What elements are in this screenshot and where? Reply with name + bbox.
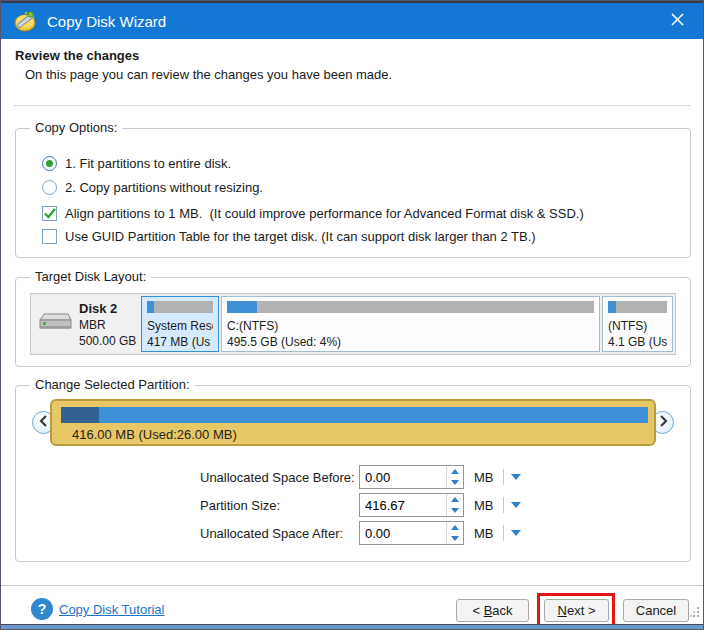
close-button[interactable] [661, 7, 693, 35]
spin-up-icon [451, 469, 459, 474]
disk-map: Disk 2 MBR 500.00 GB System Rese 417 MB … [30, 293, 676, 355]
unallocated-after-row: Unallocated Space After: MB [200, 521, 521, 545]
disk-info: Disk 2 MBR 500.00 GB [33, 296, 139, 352]
cancel-button[interactable]: Cancel [623, 599, 689, 622]
page-title: Review the changes [15, 48, 139, 63]
spin-down-icon [451, 536, 459, 541]
partition-size-spinbox [359, 493, 464, 517]
disk-size: 500.00 GB [79, 333, 136, 349]
close-icon [671, 13, 684, 29]
spin-down-icon [451, 480, 459, 485]
checkbox-unchecked-icon [42, 229, 57, 244]
unit-separator [503, 469, 504, 485]
footer-separator [1, 585, 703, 586]
partition-size-row: Partition Size: MB [200, 493, 521, 517]
radio-copy-without-resizing[interactable]: 2. Copy partitions without resizing. [42, 180, 263, 195]
radio-copy-without-resizing-label: 2. Copy partitions without resizing. [65, 180, 263, 195]
disk-partition-style: MBR [79, 317, 136, 333]
unit-label: MB [474, 526, 494, 541]
partition-ntfs[interactable]: (NTFS) 4.1 GB (Use [602, 296, 673, 352]
spin-up-button[interactable] [447, 522, 463, 533]
checkbox-checked-icon [42, 206, 57, 221]
unit-dropdown-icon[interactable] [511, 474, 521, 480]
unit-label: MB [474, 498, 494, 513]
selected-partition-size-label: 416.00 MB (Used:26.00 MB) [72, 427, 237, 442]
window-title: Copy Disk Wizard [47, 13, 166, 30]
target-disk-layout-group: Target Disk Layout: Disk 2 MBR 500.00 GB [15, 277, 691, 367]
copy-disk-wizard-window: Copy Disk Wizard Review the changes On t… [0, 0, 704, 630]
page-subtitle: On this page you can review the changes … [25, 67, 392, 82]
target-disk-layout-legend: Target Disk Layout: [30, 269, 151, 284]
wizard-app-icon [13, 9, 37, 33]
spin-down-icon [451, 508, 459, 513]
partition-size-input[interactable] [360, 494, 446, 516]
radio-selected-icon [42, 156, 57, 171]
spinner [446, 466, 463, 488]
spinner [446, 522, 463, 544]
spin-up-button[interactable] [447, 494, 463, 505]
spin-down-button[interactable] [447, 505, 463, 516]
radio-fit-partitions-label: 1. Fit partitions to entire disk. [65, 156, 231, 171]
selected-partition-used-segment [61, 407, 99, 423]
checkbox-align-partitions[interactable]: Align partitions to 1 MB. (It could impr… [42, 206, 584, 221]
copy-options-group: Copy Options: 1. Fit partitions to entir… [15, 128, 691, 258]
unit-separator [503, 525, 504, 541]
partition-usage-bar [147, 301, 213, 313]
next-button[interactable]: Next > [544, 599, 609, 622]
selected-partition-usage-bar [61, 407, 648, 423]
header-separator [13, 105, 691, 106]
unallocated-before-row: Unallocated Space Before: MB [200, 465, 521, 489]
partition-size: 4.1 GB (Use [608, 334, 667, 350]
partition-size: 417 MB (Us [147, 334, 213, 350]
hard-disk-icon [37, 311, 73, 337]
spinner [446, 494, 463, 516]
spin-up-button[interactable] [447, 466, 463, 477]
unallocated-after-spinbox [359, 521, 464, 545]
unit-label: MB [474, 470, 494, 485]
titlebar: Copy Disk Wizard [1, 3, 703, 39]
spin-up-icon [451, 497, 459, 502]
unallocated-after-label: Unallocated Space After: [200, 526, 359, 541]
partition-c-ntfs[interactable]: C:(NTFS) 495.5 GB (Used: 4%) [221, 296, 600, 352]
unit-dropdown-icon[interactable] [511, 502, 521, 508]
partition-size-label: Partition Size: [200, 498, 359, 513]
partition-name: C:(NTFS) [227, 318, 594, 334]
resize-grip[interactable] [690, 603, 700, 621]
partition-name: System Rese [147, 318, 213, 334]
spin-down-button[interactable] [447, 533, 463, 544]
copy-options-legend: Copy Options: [30, 120, 122, 135]
partition-size: 495.5 GB (Used: 4%) [227, 334, 594, 350]
disk-name: Disk 2 [79, 300, 136, 317]
checkbox-align-partitions-label: Align partitions to 1 MB. (It could impr… [65, 206, 584, 221]
checkbox-use-guid-label: Use GUID Partition Table for the target … [65, 229, 536, 244]
partition-usage-bar [608, 301, 667, 313]
back-button[interactable]: < Back [456, 599, 529, 622]
unallocated-before-input[interactable] [360, 466, 446, 488]
spin-up-icon [451, 525, 459, 530]
unit-separator [503, 497, 504, 513]
partition-system-reserved[interactable]: System Rese 417 MB (Us [141, 296, 219, 352]
spin-down-button[interactable] [447, 477, 463, 488]
radio-unselected-icon [42, 180, 57, 195]
checkbox-use-guid[interactable]: Use GUID Partition Table for the target … [42, 229, 536, 244]
copy-disk-tutorial-link[interactable]: Copy Disk Tutorial [59, 602, 164, 617]
chevron-right-icon [658, 415, 668, 430]
partition-name: (NTFS) [608, 318, 667, 334]
help-icon: ? [31, 598, 53, 620]
change-partition-legend: Change Selected Partition: [30, 377, 195, 392]
radio-fit-partitions[interactable]: 1. Fit partitions to entire disk. [42, 156, 231, 171]
partition-usage-bar [227, 301, 594, 313]
unallocated-before-spinbox [359, 465, 464, 489]
selected-partition-resizer[interactable]: 416.00 MB (Used:26.00 MB) [50, 399, 656, 446]
chevron-left-icon [39, 415, 49, 430]
change-partition-group: Change Selected Partition: 416.00 MB (Us… [15, 385, 691, 562]
unallocated-after-input[interactable] [360, 522, 446, 544]
unallocated-before-label: Unallocated Space Before: [200, 470, 359, 485]
window-bottom-edge [1, 624, 703, 629]
unit-dropdown-icon[interactable] [511, 530, 521, 536]
